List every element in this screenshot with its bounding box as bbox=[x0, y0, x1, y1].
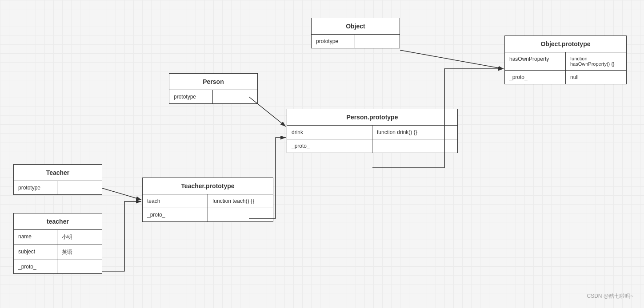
object-prototype-title: Object.prototype bbox=[505, 36, 626, 52]
teacher-instance-cell-name-value: 小明 bbox=[57, 230, 102, 245]
teacher-instance-title: teacher bbox=[14, 213, 102, 230]
teacher-instance-box: teacher name 小明 subject 英语 _proto_ —— bbox=[13, 213, 102, 274]
object-box: Object prototype bbox=[311, 18, 400, 48]
teacher-prototype-box: Teacher.prototype teach function teach()… bbox=[142, 178, 273, 222]
object-cell-prototype-value bbox=[355, 35, 400, 48]
teacher-prototype-title: Teacher.prototype bbox=[143, 178, 273, 194]
person-prototype-cell-proto-label: _proto_ bbox=[287, 139, 372, 153]
person-prototype-row-proto: _proto_ bbox=[287, 139, 457, 153]
teacher-prototype-cell-teach-value: function teach() {} bbox=[208, 194, 273, 208]
teacher-cell-prototype-label: prototype bbox=[14, 181, 57, 194]
person-prototype-cell-drink-value: function drink() {} bbox=[372, 126, 457, 139]
watermark: CSDN @酷七啦吗~ bbox=[587, 292, 633, 300]
person-title: Person bbox=[169, 74, 257, 90]
teacher-instance-cell-name-label: name bbox=[14, 230, 57, 245]
teacher-instance-row-name: name 小明 bbox=[14, 230, 102, 245]
arrow-object-to-object-prototype bbox=[400, 50, 504, 69]
object-row-prototype: prototype bbox=[312, 35, 400, 48]
object-prototype-cell-proto-label: _proto_ bbox=[505, 71, 566, 84]
teacher-instance-cell-subject-value: 英语 bbox=[57, 245, 102, 260]
person-cell-prototype-label: prototype bbox=[169, 90, 213, 103]
object-prototype-row-hasown: hasOwnProperty functionhasOwnProperty() … bbox=[505, 52, 626, 71]
teacher-cell-prototype-value bbox=[57, 181, 102, 194]
person-row-prototype: prototype bbox=[169, 90, 257, 103]
object-prototype-box: Object.prototype hasOwnProperty function… bbox=[504, 36, 627, 84]
teacher-box: Teacher prototype bbox=[13, 164, 102, 195]
diagram: Object prototype Object.prototype hasOwn… bbox=[0, 0, 644, 308]
object-prototype-cell-hasown-label: hasOwnProperty bbox=[505, 52, 566, 70]
teacher-prototype-row-proto: _proto_ bbox=[143, 208, 273, 221]
arrow-teacher-to-teacher-prototype bbox=[102, 188, 141, 200]
teacher-instance-cell-subject-label: subject bbox=[14, 245, 57, 260]
person-prototype-cell-proto-value bbox=[372, 139, 457, 153]
teacher-prototype-row-teach: teach function teach() {} bbox=[143, 194, 273, 208]
teacher-prototype-cell-proto-label: _proto_ bbox=[143, 208, 208, 221]
teacher-instance-row-proto: _proto_ —— bbox=[14, 260, 102, 273]
person-box: Person prototype bbox=[169, 73, 258, 104]
person-prototype-row-drink: drink function drink() {} bbox=[287, 126, 457, 139]
teacher-title: Teacher bbox=[14, 165, 102, 181]
teacher-instance-row-subject: subject 英语 bbox=[14, 245, 102, 260]
teacher-prototype-cell-teach-label: teach bbox=[143, 194, 208, 208]
person-prototype-cell-drink-label: drink bbox=[287, 126, 372, 139]
person-cell-prototype-value bbox=[213, 90, 257, 103]
object-prototype-cell-proto-value: null bbox=[566, 71, 626, 84]
object-cell-prototype-label: prototype bbox=[312, 35, 355, 48]
teacher-instance-cell-proto-value: —— bbox=[57, 260, 102, 273]
teacher-instance-cell-proto-label: _proto_ bbox=[14, 260, 57, 273]
object-title: Object bbox=[312, 18, 400, 35]
person-prototype-title: Person.prototype bbox=[287, 109, 457, 126]
teacher-row-prototype: prototype bbox=[14, 181, 102, 194]
teacher-prototype-cell-proto-value bbox=[208, 208, 273, 221]
object-prototype-cell-hasown-value: functionhasOwnProperty() {} bbox=[566, 52, 626, 70]
person-prototype-box: Person.prototype drink function drink() … bbox=[287, 109, 458, 153]
arrow-teacher-instance-proto-to-teacher-prototype bbox=[102, 201, 141, 271]
object-prototype-row-proto: _proto_ null bbox=[505, 71, 626, 84]
